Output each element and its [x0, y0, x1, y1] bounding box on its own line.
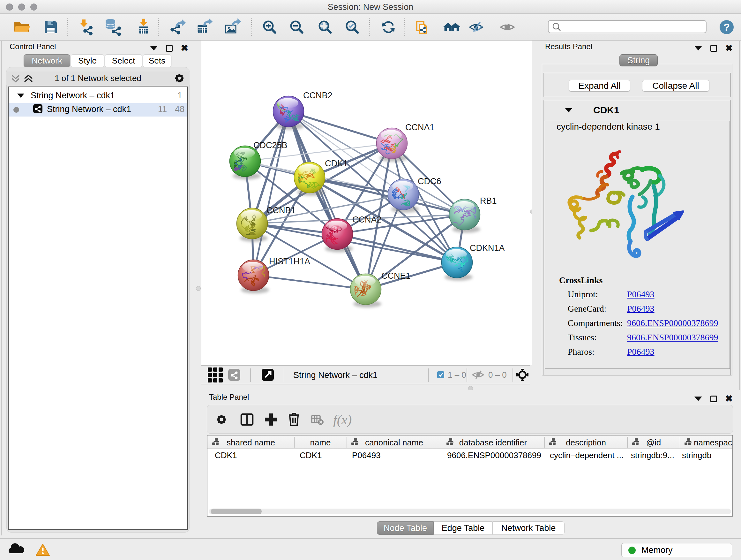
svg-text:f(x): f(x) [333, 413, 352, 428]
svg-text:CCNB1: CCNB1 [266, 206, 296, 215]
svg-text:CDK1: CDK1 [325, 159, 348, 168]
svg-text:RB1: RB1 [480, 196, 497, 206]
svg-text:HIST1H1A: HIST1H1A [269, 257, 310, 266]
svg-text:String Network – cdk1: String Network – cdk1 [293, 370, 378, 380]
svg-text:CCNA1: CCNA1 [405, 123, 434, 132]
svg-text:0 – 0: 0 – 0 [488, 370, 507, 380]
svg-text:CDC6: CDC6 [418, 177, 441, 186]
svg-text:?: ? [724, 21, 730, 33]
svg-text:CCNE1: CCNE1 [381, 271, 411, 281]
svg-text:CDC25B: CDC25B [253, 140, 287, 150]
svg-text:CCNB2: CCNB2 [303, 91, 333, 100]
svg-text:CDKN1A: CDKN1A [470, 243, 505, 253]
svg-text:CCNA2: CCNA2 [352, 215, 382, 225]
svg-text:1 – 0: 1 – 0 [448, 370, 466, 380]
